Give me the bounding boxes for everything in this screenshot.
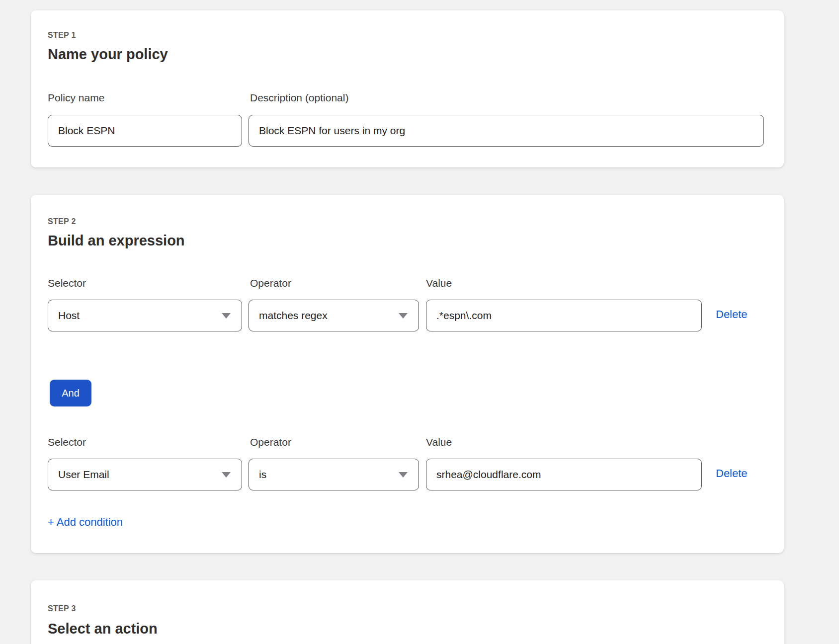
step3-step-label: STEP 3 bbox=[48, 604, 76, 613]
policy-name-label: Policy name bbox=[48, 92, 104, 104]
operator-label-row1: Operator bbox=[250, 277, 291, 289]
value-input-row2[interactable] bbox=[426, 459, 702, 490]
step2-title: Build an expression bbox=[48, 233, 185, 249]
chevron-down-icon bbox=[399, 313, 408, 319]
step1-title: Name your policy bbox=[48, 46, 168, 63]
chevron-down-icon bbox=[222, 313, 231, 319]
step1-step-label: STEP 1 bbox=[48, 31, 76, 40]
value-label-row1: Value bbox=[426, 277, 452, 289]
description-input[interactable] bbox=[249, 115, 764, 147]
add-condition-link[interactable]: + Add condition bbox=[48, 516, 123, 529]
delete-link-row1[interactable]: Delete bbox=[716, 308, 748, 321]
chevron-down-icon bbox=[222, 472, 231, 478]
value-label-row2: Value bbox=[426, 436, 452, 448]
operator-label-row2: Operator bbox=[250, 436, 291, 448]
chevron-down-icon bbox=[399, 472, 408, 478]
operator-dropdown-row2-value: is bbox=[259, 469, 266, 481]
step2-step-label: STEP 2 bbox=[48, 217, 76, 226]
step3-title: Select an action bbox=[48, 621, 158, 637]
delete-link-row2[interactable]: Delete bbox=[716, 467, 748, 480]
selector-label-row2: Selector bbox=[48, 436, 86, 448]
value-input-row1[interactable] bbox=[426, 300, 702, 331]
and-button[interactable]: And bbox=[50, 380, 91, 406]
selector-label-row1: Selector bbox=[48, 277, 86, 289]
operator-dropdown-row1[interactable]: matches regex bbox=[249, 300, 419, 331]
selector-dropdown-row1-value: Host bbox=[58, 310, 80, 322]
step2-card: STEP 2 Build an expression Selector Oper… bbox=[31, 195, 784, 553]
operator-dropdown-row2[interactable]: is bbox=[249, 459, 419, 490]
operator-dropdown-row1-value: matches regex bbox=[259, 310, 328, 322]
selector-dropdown-row2[interactable]: User Email bbox=[48, 459, 242, 490]
description-label: Description (optional) bbox=[250, 92, 348, 104]
selector-dropdown-row2-value: User Email bbox=[58, 469, 109, 481]
step1-card: STEP 1 Name your policy Policy name Desc… bbox=[31, 10, 784, 167]
step3-card: STEP 3 Select an action bbox=[31, 580, 784, 644]
policy-name-input[interactable] bbox=[48, 115, 242, 147]
selector-dropdown-row1[interactable]: Host bbox=[48, 300, 242, 331]
